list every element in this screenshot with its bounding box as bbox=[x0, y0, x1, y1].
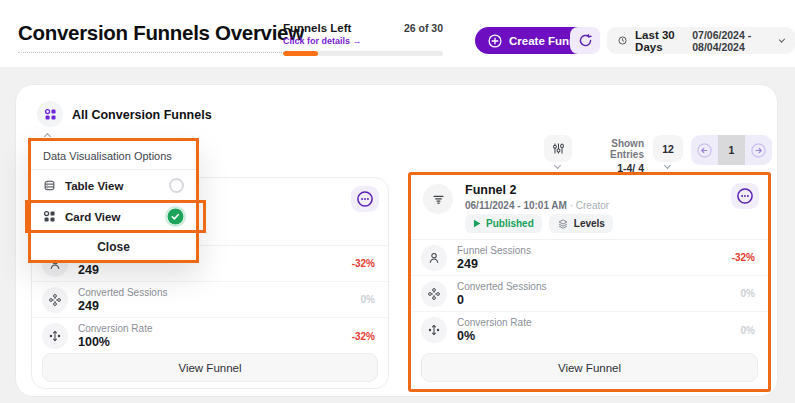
refresh-icon bbox=[578, 33, 593, 48]
view-funnel-button[interactable]: View Funnel bbox=[421, 353, 758, 382]
radio-unselected-icon[interactable] bbox=[169, 178, 184, 193]
funnels-left-widget: Funnels Left 26 of 30 Click for details … bbox=[283, 22, 443, 56]
date-range-value: 07/06/2024 - 08/04/2024 bbox=[692, 29, 772, 53]
stat-change: -32% bbox=[352, 331, 375, 342]
network-icon bbox=[421, 281, 447, 307]
stat-value: 249 bbox=[78, 299, 168, 313]
funnels-left-progressbar bbox=[283, 51, 443, 56]
layers-icon bbox=[557, 218, 569, 230]
card-more-button[interactable] bbox=[731, 183, 759, 209]
app-window: Conversion Funnels Overview Funnels Left… bbox=[0, 0, 795, 403]
stat-label: Converted Sessions bbox=[457, 281, 547, 292]
funnels-left-label: Funnels Left bbox=[283, 22, 351, 34]
stat-row-conversion-rate: Conversion Rate 0% 0% bbox=[411, 312, 768, 348]
clock-icon bbox=[618, 34, 627, 47]
stat-row-funnel-sessions: Funnel Sessions 249 -32% bbox=[411, 240, 768, 276]
stat-change: -32% bbox=[352, 258, 375, 269]
data-visualisation-popup: Data Visualisation Options Table View Ca… bbox=[28, 138, 199, 263]
plus-circle-icon bbox=[488, 34, 502, 48]
funnel-meta: 06/11/2024 - 10:01 AM · Creator bbox=[465, 200, 609, 211]
shown-entries-label: Shown Entries bbox=[580, 138, 644, 160]
funnel-name: Funnel 2 bbox=[465, 183, 516, 197]
chevron-down-icon bbox=[554, 162, 561, 169]
date-preset-label: Last 30 Days bbox=[635, 29, 684, 53]
page-header: Conversion Funnels Overview Funnels Left… bbox=[0, 0, 795, 67]
pagination: 1 bbox=[691, 135, 772, 165]
view-funnel-button[interactable]: View Funnel bbox=[42, 353, 378, 382]
dashboard-grid-icon bbox=[44, 108, 57, 121]
option-card-view[interactable]: Card View bbox=[31, 201, 196, 232]
stat-value: 0% bbox=[457, 329, 531, 343]
stat-value: 0 bbox=[457, 293, 547, 307]
popup-title: Data Visualisation Options bbox=[31, 141, 196, 169]
badges: Published Levels bbox=[465, 214, 613, 233]
stat-label: Conversion Rate bbox=[78, 323, 152, 334]
stat-row-converted-sessions: Converted Sessions 249 0% bbox=[32, 282, 388, 318]
funnel-creator: · Creator bbox=[570, 200, 609, 211]
option-label: Card View bbox=[65, 211, 120, 223]
stat-label: Converted Sessions bbox=[78, 287, 168, 298]
stat-change: 0% bbox=[741, 288, 755, 299]
card-stats: Funnel Sessions 249 -32% Converted Sessi… bbox=[411, 240, 768, 348]
chevron-down-icon bbox=[779, 36, 785, 42]
stat-row-conversion-rate: Conversion Rate 100% -32% bbox=[32, 318, 388, 354]
arrow-left-circle-icon bbox=[696, 142, 713, 159]
arrow-right-circle-icon bbox=[750, 142, 767, 159]
stat-label: Funnel Sessions bbox=[457, 245, 531, 256]
funnel-date: 06/11/2024 - 10:01 AM bbox=[465, 200, 567, 211]
shown-entries: Shown Entries 1-4/ 4 bbox=[580, 138, 644, 174]
levels-badge: Levels bbox=[549, 214, 613, 233]
previous-page-button[interactable] bbox=[691, 135, 718, 165]
page-title: Conversion Funnels Overview bbox=[18, 21, 304, 53]
move-arrows-icon bbox=[42, 323, 68, 349]
funnels-left-count: 26 of 30 bbox=[404, 22, 443, 34]
funnels-left-progress-fill bbox=[283, 51, 318, 56]
stat-change: 0% bbox=[741, 325, 755, 336]
funnel-icon bbox=[423, 184, 453, 214]
play-icon bbox=[473, 219, 481, 228]
option-table-view[interactable]: Table View bbox=[31, 170, 196, 201]
stat-value: 100% bbox=[78, 335, 152, 349]
refresh-button[interactable] bbox=[570, 27, 600, 54]
next-page-button[interactable] bbox=[745, 135, 772, 165]
stat-value: 249 bbox=[78, 263, 152, 277]
network-icon bbox=[42, 287, 68, 313]
stat-value: 249 bbox=[457, 257, 531, 271]
panel-title: All Conversion Funnels bbox=[72, 108, 212, 122]
funnel-card-highlighted: Funnel 2 06/11/2024 - 10:01 AM · Creator… bbox=[408, 172, 771, 392]
page-size-select[interactable]: 12 bbox=[653, 135, 683, 162]
card-more-button[interactable] bbox=[351, 186, 379, 212]
move-arrows-icon bbox=[421, 317, 447, 343]
filter-button[interactable] bbox=[544, 135, 572, 162]
published-badge: Published bbox=[465, 214, 542, 233]
check-selected-icon[interactable] bbox=[167, 208, 184, 225]
chevron-down-icon bbox=[664, 162, 671, 169]
ellipsis-circle-icon bbox=[736, 187, 754, 205]
stat-label: Conversion Rate bbox=[457, 317, 531, 328]
close-button[interactable]: Close bbox=[31, 233, 196, 260]
ellipsis-circle-icon bbox=[356, 190, 374, 208]
funnels-left-details-link[interactable]: Click for details → bbox=[283, 36, 443, 46]
option-label: Table View bbox=[65, 180, 123, 192]
dashboard-grid-icon bbox=[43, 210, 56, 223]
current-page[interactable]: 1 bbox=[718, 135, 745, 165]
filter-sliders-icon bbox=[552, 142, 565, 155]
page-size-value: 12 bbox=[662, 143, 674, 155]
table-icon bbox=[43, 179, 56, 192]
stat-row-converted-sessions: Converted Sessions 0 0% bbox=[411, 276, 768, 312]
stat-change: -32% bbox=[732, 252, 755, 263]
person-icon bbox=[421, 245, 447, 271]
panel-collapse-toggle[interactable] bbox=[37, 101, 63, 127]
date-range-picker[interactable]: Last 30 Days 07/06/2024 - 08/04/2024 bbox=[607, 27, 795, 54]
stat-change: 0% bbox=[361, 294, 375, 305]
